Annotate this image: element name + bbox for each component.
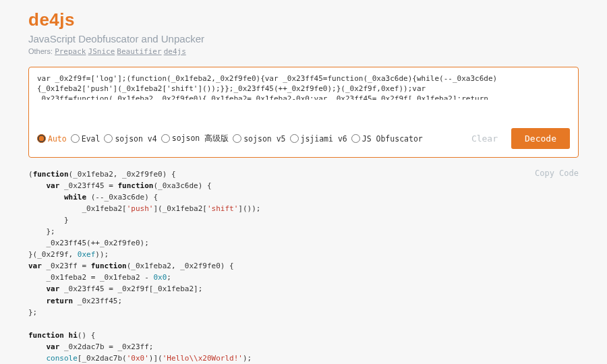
decode-button[interactable]: Decode bbox=[511, 128, 570, 149]
mode-radio[interactable] bbox=[37, 134, 46, 143]
mode-auto[interactable]: Auto bbox=[37, 134, 67, 144]
link-beautifier[interactable]: Beautifier bbox=[117, 47, 161, 56]
link-de4js[interactable]: de4js bbox=[164, 47, 186, 56]
mode-radio[interactable] bbox=[104, 134, 113, 143]
input-panel: AutoEvalsojson v4sojson 高级版sojson v5jsji… bbox=[28, 67, 579, 158]
code-input[interactable] bbox=[37, 74, 570, 100]
app-subtitle: JavaScript Deobfuscator and Unpacker bbox=[28, 33, 579, 44]
other-links: Others: Prepack JSnice Beautifier de4js bbox=[28, 47, 579, 56]
controls-row: AutoEvalsojson v4sojson 高级版sojson v5jsji… bbox=[37, 128, 570, 149]
mode-sojson-v4[interactable]: sojson v4 bbox=[104, 134, 156, 144]
code-output: (function(_0x1feba2, _0x2f9fe0) { var _0… bbox=[28, 169, 579, 364]
mode-radio[interactable] bbox=[351, 134, 360, 143]
clear-button[interactable]: Clear bbox=[462, 129, 507, 148]
link-jsnice[interactable]: JSnice bbox=[88, 47, 115, 56]
app-title: de4js bbox=[28, 9, 579, 30]
output-panel: Copy Code (function(_0x1feba2, _0x2f9fe0… bbox=[28, 169, 579, 364]
mode-radio[interactable] bbox=[233, 134, 241, 143]
copy-code-button[interactable]: Copy Code bbox=[535, 169, 579, 178]
mode-radio[interactable] bbox=[290, 134, 299, 143]
mode-eval[interactable]: Eval bbox=[71, 134, 100, 144]
mode-sojson-v5[interactable]: sojson v5 bbox=[233, 134, 285, 144]
mode-js-obfuscator[interactable]: JS Obfuscator bbox=[351, 134, 423, 144]
mode-sojson-高级版[interactable]: sojson 高级版 bbox=[161, 133, 229, 144]
others-prefix: Others: bbox=[28, 47, 55, 55]
mode-jsjiami-v6[interactable]: jsjiami v6 bbox=[290, 134, 347, 144]
link-prepack[interactable]: Prepack bbox=[55, 47, 86, 56]
mode-radio[interactable] bbox=[71, 134, 80, 143]
mode-radio[interactable] bbox=[161, 134, 170, 143]
